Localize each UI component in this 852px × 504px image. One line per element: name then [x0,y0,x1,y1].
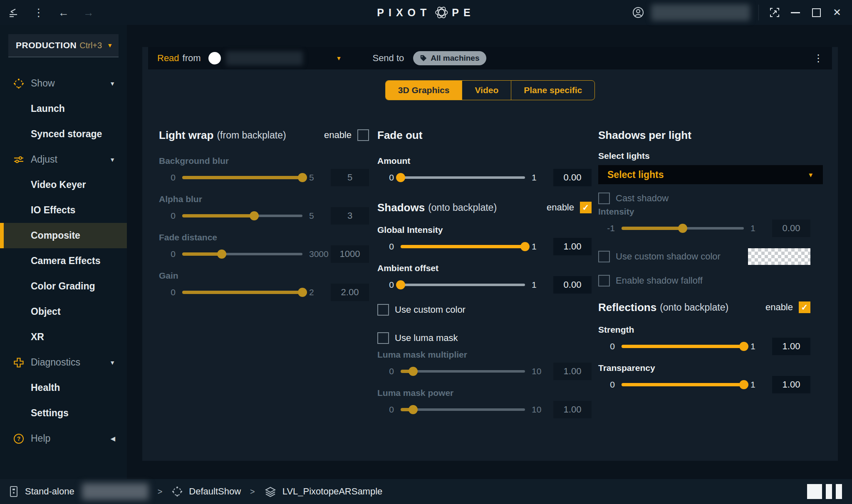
background-blur-slider[interactable] [182,173,302,182]
luma-mask-power-value[interactable]: 1.00 [553,401,592,418]
slider-thumb[interactable] [520,242,530,251]
logo-text-left: PIXOT [377,7,431,19]
sidebar-item-synced-storage[interactable]: Synced storage [0,121,127,147]
close-button[interactable]: ✕ [830,5,845,20]
slider-thumb[interactable] [739,342,748,351]
sidebar-item-launch[interactable]: Launch [0,96,127,121]
slider-thumb[interactable] [250,211,259,220]
breadcrumb-show[interactable]: DefaultShow [171,486,241,497]
section-subtitle: (onto backplate) [660,302,728,313]
reflection-transparency-value[interactable]: 1.00 [772,376,810,393]
sidebar-group-help[interactable]: ? Help ◀ [0,426,127,451]
breadcrumb-separator: > [250,487,255,497]
layout-full-button[interactable] [807,484,822,499]
sidebar-group-adjust[interactable]: Adjust ▼ [0,147,127,172]
shadow-color-swatch[interactable] [748,248,810,265]
sidebar-group-diagnostics[interactable]: Diagnostics ▼ [0,350,127,375]
slider-thumb[interactable] [217,250,226,259]
fade-distance-value[interactable]: 1000 [331,245,369,263]
alpha-blur-value[interactable]: 3 [331,207,369,225]
tag-icon [420,54,427,62]
tab-3d-graphics[interactable]: 3D Graphics [386,81,462,100]
cast-shadow-checkbox[interactable]: ✓ [598,193,610,204]
slider-label: Intensity [598,207,823,217]
mode-shortcut: Ctrl+3 [79,41,102,50]
maximize-button[interactable] [809,5,824,20]
tab-plane-specific[interactable]: Plane specific [511,81,594,100]
menu-kebab-icon[interactable]: ⋮ [32,5,46,20]
reflection-strength-slider[interactable] [622,342,744,351]
sidebar-item-camera-effects[interactable]: Camera Effects [0,248,127,274]
slider-thumb[interactable] [396,280,405,289]
alpha-blur-slider[interactable] [182,211,302,220]
ambient-offset-slider[interactable] [401,280,525,289]
slider-label: Strength [598,325,823,335]
background-blur-value[interactable]: 5 [331,169,369,186]
reflection-transparency-slider[interactable] [622,380,744,389]
tab-video[interactable]: Video [462,81,511,100]
light-wrap-section: Light wrap (from backplate) enable ✓ Bac… [159,127,369,419]
sidebar-item-settings[interactable]: Settings [0,400,127,426]
light-wrap-enable-checkbox[interactable]: ✓ [357,129,369,141]
fade-amount-value[interactable]: 0.00 [553,169,592,186]
slider-thumb[interactable] [739,380,748,389]
from-label: from [183,53,201,64]
gain-slider[interactable] [182,288,302,297]
shadow-intensity-slider[interactable] [622,224,744,233]
gain-value[interactable]: 2.00 [331,284,369,301]
layout-split-left-button[interactable] [826,484,832,499]
section-title: Fade out [377,129,422,142]
chevron-down-icon: ▼ [107,42,113,49]
fade-shadows-section: Fade out Amount 0 1 0.00 Shadows [377,127,592,419]
slider-thumb[interactable] [409,405,418,414]
shadow-intensity-value[interactable]: 0.00 [772,220,810,237]
global-intensity-slider[interactable] [401,242,525,251]
minimize-button[interactable] [788,5,803,20]
user-account-icon[interactable] [631,5,645,20]
ambient-offset-value[interactable]: 0.00 [553,276,592,294]
use-custom-color-checkbox[interactable]: ✓ [377,304,389,316]
sidebar-item-health[interactable]: Health [0,375,127,400]
luma-mask-multiplier-slider[interactable] [401,367,525,376]
use-luma-mask-checkbox[interactable]: ✓ [377,332,389,344]
reflection-strength-value[interactable]: 1.00 [772,338,810,355]
section-title: Reflections [598,301,656,314]
slider-thumb[interactable] [298,288,307,297]
breadcrumb-machine[interactable]: Stand-alone [8,483,149,500]
slider-thumb[interactable] [409,367,418,376]
chevron-down-icon[interactable]: ▼ [336,55,342,62]
pixotope-app: ⋮ ← → PIXOT PE [0,0,852,504]
panel-kebab-icon[interactable]: ⋮ [811,52,825,64]
luma-mask-multiplier-value[interactable]: 1.00 [553,363,592,380]
slider-thumb[interactable] [678,224,687,233]
select-lights-dropdown[interactable]: Select lights ▼ [598,165,823,184]
sidebar-group-show[interactable]: Show ▼ [0,71,127,96]
sidebar-item-xr[interactable]: XR [0,324,127,350]
sidebar-item-composite[interactable]: Composite [0,223,127,248]
global-intensity-value[interactable]: 1.00 [553,238,592,255]
sidebar-item-video-keyer[interactable]: Video Keyer [0,172,127,198]
luma-mask-power-slider[interactable] [401,405,525,414]
fade-distance-slider[interactable] [182,250,302,259]
layout-split-right-button[interactable] [836,484,842,499]
fade-amount-slider[interactable] [401,173,525,182]
slider-thumb[interactable] [298,173,307,182]
collapse-sidebar-icon[interactable] [7,5,21,20]
all-machines-chip[interactable]: All machines [413,51,486,65]
slider-thumb[interactable] [396,173,405,182]
enable-shadow-falloff-checkbox[interactable]: ✓ [598,275,610,287]
read-machine-blurred[interactable] [226,51,303,65]
use-custom-shadow-color-checkbox[interactable]: ✓ [598,251,610,262]
forward-arrow-icon[interactable]: → [82,5,96,20]
breadcrumb-level[interactable]: LVL_PixotopeARSample [264,485,383,498]
fit-screen-icon[interactable] [767,5,782,20]
shadows-enable-checkbox[interactable]: ✓ [580,202,592,213]
back-arrow-icon[interactable]: ← [57,5,71,20]
sidebar-item-color-grading[interactable]: Color Grading [0,274,127,299]
mode-selector[interactable]: PRODUCTION Ctrl+3 ▼ [8,34,119,57]
sidebar-item-object[interactable]: Object [0,299,127,324]
sidebar-item-io-effects[interactable]: IO Effects [0,198,127,223]
reflections-enable-checkbox[interactable]: ✓ [799,301,810,313]
slider-label: Amount [377,156,592,166]
section-title: Shadows per light [598,129,691,142]
